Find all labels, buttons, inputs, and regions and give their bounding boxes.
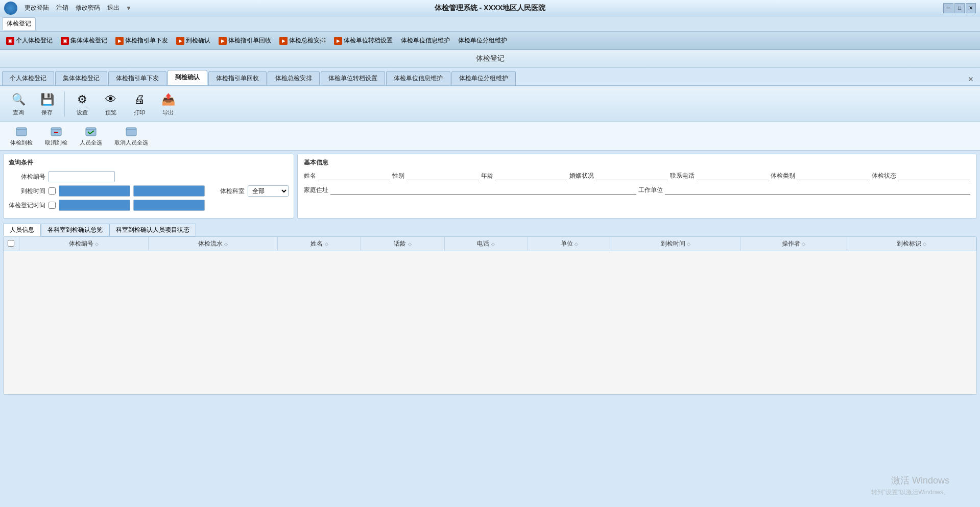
- title-bar: 更改登陆 注销 修改密码 退出 ▼ 体检管理系统 - XXXX地区人民医院 ─ …: [0, 0, 980, 16]
- ribbon-item-arrive[interactable]: ▶ 到检确认: [174, 35, 212, 46]
- query-icon: 🔍: [10, 91, 27, 108]
- app-logo: [4, 2, 17, 15]
- ribbon-icon-guide-send: ▶: [115, 37, 124, 45]
- data-table-wrap: 体检编号 ◇ 体检流水 ◇ 姓名 ◇ 话龄 ◇: [3, 236, 977, 395]
- tab-guide-recv[interactable]: 体检指引单回收: [208, 71, 267, 85]
- tab-unit-transfer[interactable]: 体检单位转档设置: [321, 71, 385, 85]
- col-header-name[interactable]: 姓名 ◇: [278, 237, 361, 251]
- tab-arrive-confirm[interactable]: 到检确认: [168, 70, 207, 85]
- cancel-select-icon: [125, 126, 137, 138]
- col-header-phone[interactable]: 电话 ◇: [444, 237, 528, 251]
- tab-guide-send[interactable]: 体检指引单下发: [108, 71, 166, 85]
- marital-label: 婚姻状况: [569, 172, 594, 180]
- exam-status-value: [898, 171, 970, 180]
- col-header-unit[interactable]: 单位 ◇: [528, 237, 611, 251]
- minimize-button[interactable]: ─: [943, 3, 953, 13]
- age-label: 年龄: [481, 172, 493, 180]
- person-tab-0[interactable]: 人员信息: [3, 224, 41, 236]
- cancel-arrive-icon: [50, 126, 62, 138]
- menu-logout[interactable]: 注销: [53, 3, 71, 13]
- sort-icon-arrive-time: ◇: [687, 242, 690, 247]
- dept-select[interactable]: 全部: [248, 185, 289, 197]
- ribbon-icon-general: ▶: [279, 37, 288, 45]
- arrive-label: 体检到检: [10, 139, 33, 147]
- ribbon-item-guide-send[interactable]: ▶ 体检指引单下发: [113, 35, 170, 46]
- center-title: 体检登记: [0, 50, 980, 68]
- tab-unit-info[interactable]: 体检单位信息维护: [386, 71, 450, 85]
- watermark-line2: 转到"设置"以激活Windows。: [871, 488, 949, 497]
- register-time-label: 体检登记时间: [9, 201, 45, 210]
- menu-change-login[interactable]: 更改登陆: [21, 3, 52, 13]
- sort-icon-unit: ◇: [575, 242, 578, 247]
- tab-personal[interactable]: 个人体检登记: [2, 71, 54, 85]
- person-tab-2[interactable]: 科室到检确认人员项目状态: [109, 224, 196, 236]
- col-header-arrive-time[interactable]: 到检时间 ◇: [611, 237, 740, 251]
- select-all-button[interactable]: 人员全选: [75, 124, 107, 148]
- quick-tab-exam[interactable]: 体检登记: [2, 17, 36, 30]
- register-time-row: 体检登记时间 -04-18 00:00:00 -04-18 23:59:59: [9, 200, 289, 211]
- arrive-time-checkbox[interactable]: [49, 187, 56, 195]
- col-header-age[interactable]: 话龄 ◇: [361, 237, 444, 251]
- name-label: 姓名: [304, 172, 316, 180]
- arrive-icon: [15, 126, 28, 138]
- print-label: 打印: [134, 109, 145, 116]
- ribbon-item-personal[interactable]: ▣ 个人体检登记: [4, 35, 55, 46]
- window-controls: ─ □ ✕: [943, 3, 976, 13]
- ribbon-item-unit-info[interactable]: 体检单位信息维护: [399, 35, 452, 46]
- exam-no-input[interactable]: [49, 171, 115, 182]
- export-button[interactable]: 📤 导出: [155, 89, 181, 118]
- register-time-to[interactable]: -04-18 23:59:59: [133, 200, 205, 211]
- ribbon-icon-personal: ▣: [6, 37, 14, 45]
- select-all-label: 人员全选: [80, 139, 102, 147]
- tab-close-button[interactable]: ✕: [964, 73, 978, 85]
- maximize-button[interactable]: □: [954, 3, 965, 13]
- col-header-exam-no[interactable]: 体检编号 ◇: [19, 237, 148, 251]
- cancel-select-label: 取消人员全选: [114, 139, 148, 147]
- basic-info-title: 基本信息: [304, 158, 970, 167]
- preview-button[interactable]: 👁 预览: [98, 89, 124, 118]
- work-value: [665, 185, 971, 195]
- svg-rect-9: [126, 128, 136, 136]
- settings-button[interactable]: ⚙ 设置: [69, 89, 95, 118]
- arrive-time-to[interactable]: -04-18 23:59:59: [133, 185, 205, 197]
- work-label: 工作单位: [638, 186, 663, 195]
- ribbon-item-guide-recv[interactable]: ▶ 体检指引单回收: [217, 35, 273, 46]
- query-button[interactable]: 🔍 查询: [5, 89, 32, 118]
- save-button[interactable]: 💾 保存: [34, 89, 60, 118]
- register-time-from[interactable]: -04-18 00:00:00: [59, 200, 130, 211]
- info-row-1: 姓名 性别 年龄 婚姻状况 联系电话 体检类别 体检状态: [304, 171, 970, 180]
- ribbon-item-unit-group[interactable]: 体检单位分组维护: [456, 35, 509, 46]
- col-header-exam-flow[interactable]: 体检流水 ◇: [148, 237, 277, 251]
- exam-no-row: 体检编号: [9, 171, 289, 182]
- cancel-arrive-button[interactable]: 取消到检: [40, 124, 73, 148]
- cancel-select-button[interactable]: 取消人员全选: [109, 124, 153, 148]
- register-time-checkbox[interactable]: [49, 202, 56, 209]
- select-all-checkbox[interactable]: [8, 240, 14, 247]
- arrive-time-from[interactable]: -04-18 00:00:00: [59, 185, 130, 197]
- person-tabs: 人员信息 各科室到检确认总览 科室到检确认人员项目状态: [3, 224, 977, 236]
- ribbon-item-general[interactable]: ▶ 体检总检安排: [277, 35, 328, 46]
- toolbar2: 体检到检 取消到检 人员全选 取消人员全选: [0, 122, 980, 151]
- col-header-operator[interactable]: 操作者 ◇: [740, 237, 847, 251]
- marital-value: [596, 171, 668, 180]
- arrive-button[interactable]: 体检到检: [5, 124, 38, 148]
- print-button[interactable]: 🖨 打印: [126, 89, 153, 118]
- person-tab-1[interactable]: 各科室到检确认总览: [41, 224, 109, 236]
- tab-general-arrange[interactable]: 体检总检安排: [268, 71, 320, 85]
- settings-label: 设置: [77, 109, 88, 116]
- exam-no-label: 体检编号: [9, 173, 45, 181]
- close-button[interactable]: ✕: [966, 3, 976, 13]
- tab-group[interactable]: 集体体检登记: [55, 71, 107, 85]
- menu-exit[interactable]: 退出: [104, 3, 123, 13]
- ribbon-item-group[interactable]: ▣ 集体体检登记: [59, 35, 109, 46]
- ribbon-icon-group: ▣: [61, 37, 69, 45]
- tab-unit-group[interactable]: 体检单位分组维护: [451, 71, 516, 85]
- ribbon-item-transfer[interactable]: ▶ 体检单位转档设置: [332, 35, 395, 46]
- gender-label: 性别: [392, 172, 404, 180]
- cancel-arrive-label: 取消到检: [45, 139, 67, 147]
- col-header-arrive-flag[interactable]: 到检标识 ◇: [847, 237, 976, 251]
- info-row-2: 家庭住址 工作单位: [304, 185, 970, 195]
- sort-icon-age: ◇: [408, 242, 412, 247]
- col-header-checkbox[interactable]: [4, 237, 19, 251]
- menu-change-pwd[interactable]: 修改密码: [73, 3, 103, 13]
